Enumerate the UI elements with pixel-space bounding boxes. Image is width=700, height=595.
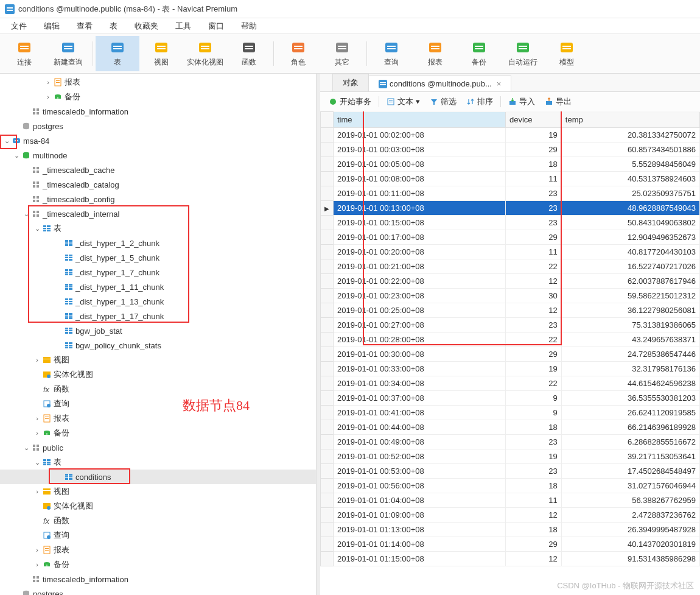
table-row[interactable]: 2019-01-01 00:25:00+08 12 36.12279802560… [321,303,700,318]
cell-temp[interactable]: 2.4728837236762 [561,508,699,523]
cell-device[interactable]: 23 [505,186,561,201]
table-row[interactable]: 2019-01-01 00:53:00+08 23 17.45026845484… [321,464,700,479]
cell-time[interactable]: 2019-01-01 00:37:00+08 [334,391,506,406]
tree-item[interactable]: _timescaledb_cache [0,163,316,177]
expand-arrow-icon[interactable]: ⌄ [33,459,41,466]
cell-device[interactable]: 12 [505,508,561,523]
menu-item[interactable]: 窗口 [200,19,233,33]
cell-time[interactable]: 2019-01-01 00:22:00+08 [334,274,506,289]
tree-item[interactable]: 实体化视图 [0,499,316,513]
cell-device[interactable]: 23 [505,464,561,479]
tree-item[interactable]: fx 函数 [0,513,316,528]
tree-item[interactable]: bgw_policy_chunk_stats [0,338,316,353]
cell-device[interactable]: 22 [505,333,561,347]
cell-time[interactable]: 2019-01-01 00:20:00+08 [334,245,506,259]
tree-item[interactable]: postgres [0,119,316,133]
cell-time[interactable]: 2019-01-01 00:17:00+08 [334,230,506,245]
expand-arrow-icon[interactable]: › [44,79,52,86]
toolbar-button[interactable]: 函数 [227,36,271,71]
table-row[interactable]: 2019-01-01 01:13:00+08 18 26.39499954879… [321,523,700,537]
toolbar-button[interactable]: 角色 [276,36,320,71]
cell-time[interactable]: 2019-01-01 01:14:00+08 [334,537,506,552]
tree-item[interactable]: ⌄ multinode [0,148,316,163]
cell-device[interactable]: 29 [505,537,561,552]
cell-temp[interactable]: 75.313819386065 [561,318,699,333]
cell-time[interactable]: 2019-01-01 00:08:00+08 [334,172,506,186]
table-row[interactable]: 2019-01-01 00:08:00+08 11 40.53137589246… [321,172,700,186]
expand-arrow-icon[interactable]: › [33,429,41,437]
toolbar-button[interactable]: 查询 [369,36,413,71]
table-row[interactable]: 2019-01-01 00:34:00+08 22 44.61546245962… [321,376,700,391]
table-row[interactable]: 2019-01-01 01:14:00+08 29 40.14370203018… [321,537,700,552]
cell-temp[interactable]: 60.8573434501886 [561,143,699,157]
cell-device[interactable]: 19 [505,449,561,464]
tree-item[interactable]: _timescaledb_config [0,192,316,206]
cell-device[interactable]: 9 [505,391,561,406]
table-row[interactable]: 2019-01-01 00:33:00+08 19 32.31795817613… [321,362,700,376]
cell-temp[interactable]: 50.8431049063802 [561,216,699,230]
cell-time[interactable]: 2019-01-01 00:15:00+08 [334,216,506,230]
cell-device[interactable]: 11 [505,172,561,186]
cell-temp[interactable]: 40.1437020301819 [561,537,699,552]
toolbar-button[interactable]: 自动运行 [501,36,545,71]
cell-temp[interactable]: 40.8177204430103 [561,245,699,259]
tab-conditions[interactable]: conditions @multinode.pub... × [368,76,511,91]
cell-device[interactable]: 29 [505,230,561,245]
table-row[interactable]: 2019-01-01 00:21:00+08 22 16.52274072170… [321,259,700,274]
menu-item[interactable]: 查看 [68,19,101,33]
tree-item[interactable]: _dist_hyper_1_7_chunk [0,265,316,280]
toolbar-button[interactable]: 连接 [2,36,46,71]
tree-item[interactable]: › 视图 [0,353,316,367]
tree-item[interactable]: bgw_job_stat [0,323,316,338]
cell-time[interactable]: 2019-01-01 00:41:00+08 [334,406,506,420]
cell-temp[interactable]: 25.023509375751 [561,186,699,201]
table-row[interactable]: 2019-01-01 00:28:00+08 22 43.24965763837… [321,333,700,347]
cell-device[interactable]: 12 [505,274,561,289]
cell-temp[interactable]: 48.9628887549043 [561,201,699,216]
cell-time[interactable]: 2019-01-01 00:25:00+08 [334,303,506,318]
cell-time[interactable]: 2019-01-01 01:13:00+08 [334,523,506,537]
column-header[interactable]: device [505,112,561,128]
cell-temp[interactable]: 26.6241120919585 [561,406,699,420]
table-row[interactable]: 2019-01-01 00:37:00+08 9 36.535553038120… [321,391,700,406]
expand-arrow-icon[interactable]: › [33,561,41,568]
menu-item[interactable]: 收藏夹 [126,19,167,33]
cell-time[interactable]: 2019-01-01 00:30:00+08 [334,347,506,362]
cell-device[interactable]: 29 [505,143,561,157]
expand-arrow-icon[interactable]: › [33,415,41,422]
toolbar-button[interactable]: 模型 [545,36,589,71]
expand-arrow-icon[interactable]: ⌄ [2,137,11,145]
cell-temp[interactable]: 32.317958176136 [561,362,699,376]
table-row[interactable]: 2019-01-01 00:13:00+08 23 48.96288875490… [321,201,700,216]
table-row[interactable]: 2019-01-01 01:15:00+08 12 91.53143859862… [321,552,700,566]
table-row[interactable]: 2019-01-01 00:02:00+08 19 20.38133427500… [321,128,700,143]
tree-item[interactable]: › 视图 [0,484,316,499]
tree-item[interactable]: 查询 [0,528,316,543]
table-row[interactable]: 2019-01-01 01:04:00+08 11 56.38826776295… [321,493,700,508]
cell-time[interactable]: 2019-01-01 00:49:00+08 [334,435,506,449]
cell-time[interactable]: 2019-01-01 00:23:00+08 [334,289,506,303]
cell-temp[interactable]: 17.4502684548497 [561,464,699,479]
tab-objects[interactable]: 对象 [332,74,369,91]
filter-button[interactable]: 筛选 [426,95,460,108]
cell-time[interactable]: 2019-01-01 00:34:00+08 [334,376,506,391]
cell-temp[interactable]: 66.2146396189928 [561,420,699,435]
cell-device[interactable]: 12 [505,303,561,318]
table-row[interactable]: 2019-01-01 01:09:00+08 12 2.472883723676… [321,508,700,523]
cell-device[interactable]: 11 [505,493,561,508]
cell-time[interactable]: 2019-01-01 00:44:00+08 [334,420,506,435]
tree-item[interactable]: fx 函数 [0,382,316,396]
cell-device[interactable]: 22 [505,259,561,274]
cell-temp[interactable]: 43.249657638371 [561,333,699,347]
menu-item[interactable]: 帮助 [233,19,265,33]
table-row[interactable]: 2019-01-01 00:17:00+08 29 12.90494963526… [321,230,700,245]
expand-arrow-icon[interactable]: ⌄ [22,444,30,452]
expand-arrow-icon[interactable]: › [33,546,41,554]
menu-item[interactable]: 表 [101,19,126,33]
table-row[interactable]: 2019-01-01 00:52:00+08 19 39.21711530536… [321,449,700,464]
tree-item[interactable]: _dist_hyper_1_11_chunk [0,280,316,294]
sort-button[interactable]: 排序 [463,95,497,108]
cell-temp[interactable]: 39.2171153053641 [561,449,699,464]
cell-device[interactable]: 18 [505,420,561,435]
cell-temp[interactable]: 5.5528948456049 [561,157,699,172]
